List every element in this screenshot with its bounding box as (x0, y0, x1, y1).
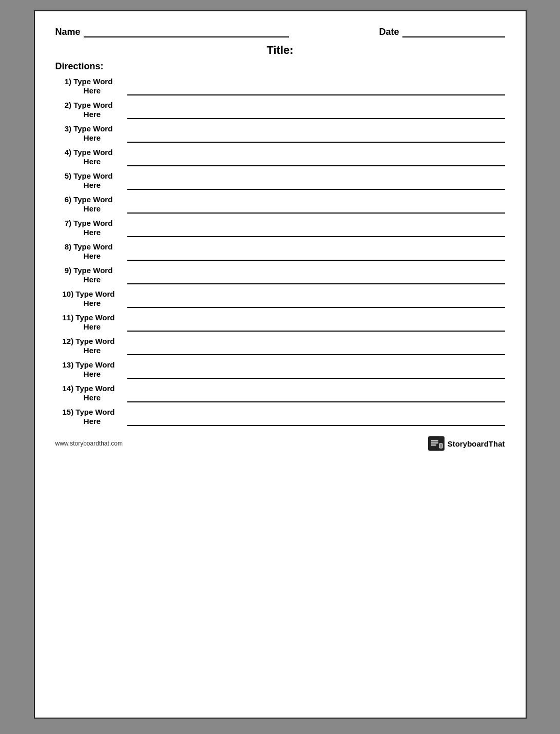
word-item: 3) Type WordHere (55, 124, 505, 144)
title-text[interactable]: Title: (266, 44, 293, 56)
header-row: Name Date (55, 27, 505, 38)
word-label: 5) Type WordHere (55, 171, 127, 190)
word-label: 1) Type WordHere (55, 77, 127, 95)
footer-brand: StoryboardThat (428, 436, 505, 451)
word-item: 6) Type WordHere (55, 195, 505, 215)
word-item: 11) Type WordHere (55, 313, 505, 333)
word-item: 10) Type WordHere (55, 289, 505, 309)
name-line[interactable] (84, 28, 289, 37)
word-label: 9) Type WordHere (55, 266, 127, 284)
word-label: 7) Type WordHere (55, 219, 127, 237)
name-label: Name (55, 27, 81, 37)
word-label: 14) Type WordHere (55, 384, 127, 402)
word-answer-line[interactable] (127, 344, 505, 355)
word-item: 13) Type WordHere (55, 360, 505, 380)
brand-icon (428, 436, 445, 451)
word-label: 8) Type WordHere (55, 242, 127, 261)
word-item: 7) Type WordHere (55, 219, 505, 238)
word-item: 2) Type WordHere (55, 101, 505, 120)
word-answer-line[interactable] (127, 273, 505, 284)
word-answer-line[interactable] (127, 179, 505, 190)
word-item: 14) Type WordHere (55, 384, 505, 403)
word-answer-line[interactable] (127, 202, 505, 214)
svg-rect-1 (431, 440, 438, 441)
word-item: 1) Type WordHere (55, 77, 505, 96)
word-item: 15) Type WordHere (55, 408, 505, 427)
worksheet-page: Name Date Title: Directions: 1) Type Wor… (34, 10, 527, 719)
word-label: 13) Type WordHere (55, 360, 127, 379)
word-item: 4) Type WordHere (55, 148, 505, 167)
word-label: 15) Type WordHere (55, 408, 127, 426)
directions-label: Directions: (55, 61, 104, 71)
footer-url: www.storyboardthat.com (55, 440, 123, 447)
word-answer-line[interactable] (127, 368, 505, 379)
svg-rect-2 (431, 442, 438, 443)
word-item: 8) Type WordHere (55, 242, 505, 262)
word-label: 12) Type WordHere (55, 337, 127, 355)
word-label: 11) Type WordHere (55, 313, 127, 332)
word-answer-line[interactable] (127, 391, 505, 402)
word-answer-line[interactable] (127, 320, 505, 332)
date-line[interactable] (402, 28, 505, 37)
title-row: Title: (55, 44, 505, 57)
date-label: Date (379, 27, 399, 37)
word-item: 5) Type WordHere (55, 171, 505, 191)
svg-rect-3 (431, 445, 436, 446)
svg-rect-4 (439, 443, 442, 448)
word-answer-line[interactable] (127, 131, 505, 143)
word-label: 2) Type WordHere (55, 101, 127, 119)
word-label: 3) Type WordHere (55, 124, 127, 143)
word-answer-line[interactable] (127, 155, 505, 166)
word-answer-line[interactable] (127, 226, 505, 237)
word-label: 6) Type WordHere (55, 195, 127, 214)
word-answer-line[interactable] (127, 84, 505, 95)
word-answer-line[interactable] (127, 108, 505, 119)
footer: www.storyboardthat.com StoryboardThat (55, 434, 505, 451)
word-answer-line[interactable] (127, 249, 505, 261)
word-answer-line[interactable] (127, 415, 505, 426)
word-item: 12) Type WordHere (55, 337, 505, 356)
word-label: 4) Type WordHere (55, 148, 127, 166)
word-label: 10) Type WordHere (55, 289, 127, 308)
date-field: Date (379, 27, 505, 37)
word-answer-line[interactable] (127, 297, 505, 308)
name-field: Name (55, 27, 289, 37)
word-item: 9) Type WordHere (55, 266, 505, 285)
brand-name: StoryboardThat (448, 439, 505, 448)
directions-row: Directions: (55, 61, 505, 72)
word-list: 1) Type WordHere2) Type WordHere3) Type … (55, 77, 505, 427)
